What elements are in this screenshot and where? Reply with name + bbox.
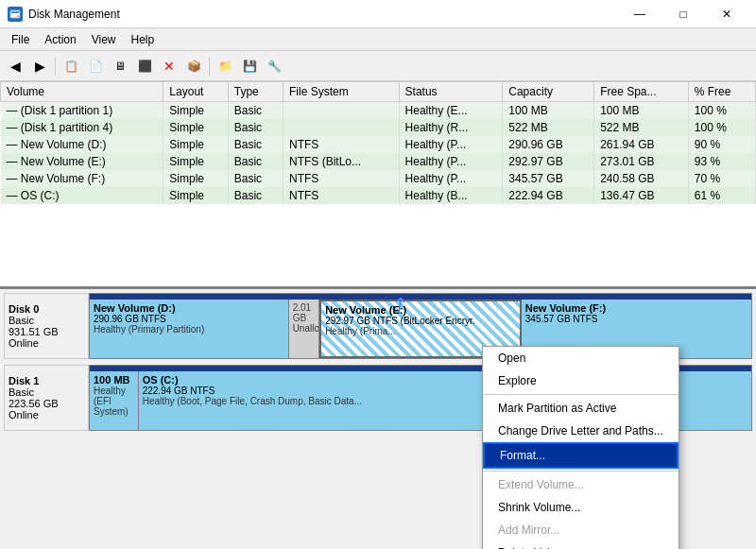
cell-status: Healthy (P... [399,170,503,187]
cell-capacity: 290.96 GB [503,136,594,153]
col-status: Status [399,82,503,102]
disk-1-label: Disk 1 Basic 223.56 GB Online [4,365,89,431]
toolbar-diskman[interactable]: ⬛ [133,55,156,77]
ctx-mark-active[interactable]: Mark Partition as Active [483,397,679,420]
toolbar-new[interactable]: 📦 [182,55,205,77]
col-fs: File System [284,82,400,102]
ctx-open[interactable]: Open [483,347,679,369]
disk-0-type: Basic [9,315,84,326]
cell-volume: — (Disk 1 partition 4) [1,119,163,136]
cell-free: 261.94 GB [594,136,689,153]
disk-1-type: Basic [9,386,84,398]
toolbar-save[interactable]: 💾 [238,55,261,77]
cell-volume: — (Disk 1 partition 1) [1,102,163,120]
cell-status: Healthy (P... [399,153,503,170]
cell-layout: Simple [163,153,228,170]
cell-capacity: 100 MB [503,102,594,120]
disk-0-size: 931.51 GB [9,326,84,337]
cell-type: Basic [228,187,283,204]
disk-1-status: Online [9,409,84,420]
toolbar-forward[interactable]: ▶ [28,55,51,77]
cell-free: 100 MB [594,102,689,120]
cell-layout: Simple [163,187,228,204]
disk-0-name: Disk 0 [9,303,84,315]
toolbar-settings[interactable]: 🔧 [263,55,285,77]
toolbar-sep-1 [55,57,56,76]
table-row[interactable]: — New Volume (D:)SimpleBasicNTFSHealthy … [1,136,756,153]
toolbar-back[interactable]: ◀ [4,55,26,77]
disk-0-part-f-size: 345.57 GB NTFS [525,314,747,324]
cell-free: 522 MB [594,119,689,136]
disk-0-unalloc-size: 2.01 GB [293,302,316,323]
cell-type: Basic [228,170,283,187]
cell-status: Healthy (E... [399,102,503,120]
cell-volume: — New Volume (D:) [1,136,163,153]
col-layout: Layout [163,82,228,102]
table-row[interactable]: — OS (C:)SimpleBasicNTFSHealthy (B...222… [1,187,756,204]
cell-status: Healthy (R... [399,119,503,136]
ctx-sep-2 [483,471,679,472]
ctx-mirror[interactable]: Add Mirror... [483,519,679,541]
cell-fs: NTFS [284,187,400,204]
close-button[interactable]: ✕ [705,3,748,26]
cell-status: Healthy (B... [399,187,503,204]
cell-layout: Simple [163,136,228,153]
cell-pct: 90 % [688,136,755,153]
ctx-change-letter[interactable]: Change Drive Letter and Paths... [483,420,679,442]
svg-rect-1 [11,11,19,13]
ctx-delete[interactable]: Delete Volume... [483,541,679,549]
table-row[interactable]: — New Volume (F:)SimpleBasicNTFSHealthy … [1,170,756,187]
col-type: Type [228,82,283,102]
toolbar: ◀ ▶ 📋 📄 🖥 ⬛ ✕ 📦 📁 💾 🔧 [0,51,756,81]
ctx-shrink[interactable]: Shrink Volume... [483,496,679,519]
cell-volume: — New Volume (F:) [1,170,163,187]
table-row[interactable]: — New Volume (E:)SimpleBasicNTFS (BitLo.… [1,153,756,170]
ctx-sep-1 [483,394,679,395]
cell-fs: NTFS [284,136,400,153]
menu-action[interactable]: Action [37,31,83,48]
disk-0-part-d[interactable]: New Volume (D:) 290.96 GB NTFS Healthy (… [90,300,289,358]
disk-0-part-d-status: Healthy (Primary Partition) [94,324,284,335]
disk-1-part-efi[interactable]: 100 MB Healthy (EFI System) [90,371,139,430]
cell-capacity: 522 MB [503,119,594,136]
ctx-extend[interactable]: Extend Volume... [483,473,679,496]
disk-0-part-e-status: Healthy (Prima... [325,326,516,336]
cell-free: 240.58 GB [594,170,689,187]
menu-view[interactable]: View [84,31,124,48]
col-free: Free Spa... [594,82,689,102]
col-capacity: Capacity [503,82,594,102]
table-row[interactable]: — (Disk 1 partition 4)SimpleBasicHealthy… [1,119,756,136]
cell-free: 273.01 GB [594,153,689,170]
disk-0-part-e-size: 292.97 GB NTFS (BitLocker Encryr. [325,316,516,326]
cell-fs [284,102,400,120]
cell-type: Basic [228,136,283,153]
table-row[interactable]: — (Disk 1 partition 1)SimpleBasicHealthy… [1,102,756,120]
disk-0-unalloc: 2.01 GB Unallocated [289,300,320,358]
cell-fs [284,119,400,136]
cell-type: Basic [228,153,283,170]
disk-0-unalloc-status: Unallocated [293,323,316,334]
cell-pct: 93 % [688,153,755,170]
ctx-format[interactable]: Format... [483,442,679,469]
menu-help[interactable]: Help [124,31,163,48]
cell-capacity: 222.94 GB [503,187,594,204]
toolbar-properties[interactable]: 📋 [60,55,82,77]
ctx-explore[interactable]: Explore [483,369,679,392]
cell-layout: Simple [163,170,228,187]
context-menu: Open Explore Mark Partition as Active Ch… [482,346,679,549]
cell-fs: NTFS (BitLo... [284,153,400,170]
menu-file[interactable]: File [4,31,37,48]
maximize-button[interactable]: □ [662,3,705,26]
cell-fs: NTFS [284,170,400,187]
disk-0-part-f-name: New Volume (F:) [525,302,747,314]
main-content: Volume Layout Type File System Status Ca… [0,81,756,549]
disk-0-status: Online [9,337,84,349]
toolbar-delete[interactable]: ✕ [158,55,180,77]
cell-pct: 100 % [688,102,755,120]
minimize-button[interactable]: — [618,3,662,26]
toolbar-open[interactable]: 📁 [214,55,236,77]
cell-pct: 70 % [688,170,755,187]
app-icon [8,7,23,22]
toolbar-rescan[interactable]: 🖥 [109,55,131,77]
toolbar-help[interactable]: 📄 [84,55,107,77]
